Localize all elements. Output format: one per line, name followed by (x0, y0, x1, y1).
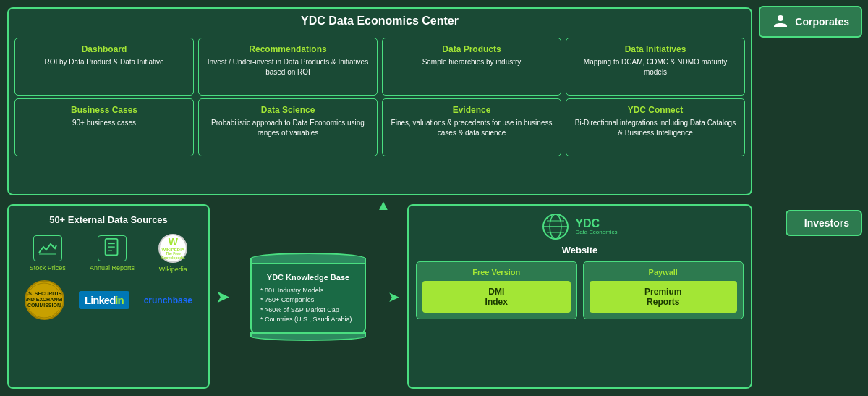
ydc-big-text: YDC (575, 218, 600, 229)
card-data-initiatives[interactable]: Data Initiatives Mapping to DCAM, CDMC &… (566, 38, 745, 96)
wikipedia-icon: W WIKIPEDIA The Free Encyclopedia (158, 234, 187, 263)
ydc-center-section: YDC Data Economics Center Dashboard ROI … (7, 7, 752, 195)
up-arrow: ▲ (376, 197, 391, 214)
svg-text:U.S. SECURITIES: U.S. SECURITIES (26, 291, 62, 296)
card-data-science-title: Data Science (206, 105, 370, 115)
wikipedia-item: W WIKIPEDIA The Free Encyclopedia Wikipe… (158, 234, 187, 273)
kb-item-4: * Countries (U.S., Saudi Arabia) (260, 315, 356, 325)
dmi-index[interactable]: DMIIndex (422, 281, 571, 313)
free-version-card[interactable]: Free Version DMIIndex (416, 261, 577, 319)
ydc-text-logo: YDC Data Economics (575, 218, 617, 235)
annual-reports-label: Annual Reports (90, 264, 135, 271)
knowledge-base-title: YDC Knowledge Base (260, 273, 356, 282)
annual-reports-item: Annual Reports (90, 235, 135, 271)
kb-item-3: * >60% of S&P Market Cap (260, 306, 356, 316)
ydc-center-title: YDC Data Economics Center (9, 9, 751, 33)
paywall-title: Paywall (590, 268, 738, 277)
crunchbase-logo: crunchbase (144, 295, 192, 306)
card-recommendations[interactable]: Recommendations Invest / Under-invest in… (198, 38, 378, 96)
card-business-cases[interactable]: Business Cases 90+ business cases (14, 98, 194, 156)
card-ydc-connect[interactable]: YDC Connect Bi-Directional integrations … (566, 98, 745, 156)
card-business-cases-text: 90+ business cases (22, 118, 186, 128)
kb-item-2: * 750+ Companies (260, 295, 356, 306)
stock-prices-icon (33, 235, 62, 261)
ydc-website: YDC Data Economics Website Free Version … (407, 204, 752, 389)
card-data-products-text: Sample hierarchies by industry (390, 57, 553, 67)
ydc-sub-text: Data Economics (575, 229, 617, 235)
free-version-title: Free Version (422, 268, 571, 277)
card-data-initiatives-title: Data Initiatives (574, 44, 737, 54)
card-ydc-connect-title: YDC Connect (574, 105, 737, 115)
arrow-kb-to-website: ➤ (388, 204, 400, 389)
icons-row: Stock Prices Annual Reports (17, 234, 200, 273)
card-data-products-title: Data Products (390, 44, 553, 54)
paywall-card[interactable]: Paywall PremiumReports (583, 261, 744, 319)
card-evidence[interactable]: Evidence Fines, valuations & precedents … (382, 98, 561, 156)
ydc-logo-area: YDC Data Economics (416, 213, 744, 240)
main-container: Corporates Investors YDC Data Economics … (0, 0, 868, 396)
card-data-products[interactable]: Data Products Sample hierarchies by indu… (382, 38, 561, 96)
card-evidence-title: Evidence (390, 105, 553, 115)
knowledge-base: YDC Knowledge Base * 80+ Industry Models… (236, 204, 380, 389)
svg-text:COMMISSION: COMMISSION (28, 303, 61, 308)
card-data-initiatives-text: Mapping to DCAM, CDMC & NDMO maturity mo… (574, 57, 737, 77)
kb-item-1: * 80+ Industry Models (260, 286, 356, 296)
bottom-section: 50+ External Data Sources Stock Prices (7, 204, 752, 389)
website-cards: Free Version DMIIndex Paywall PremiumRep… (416, 261, 744, 319)
cards-row2: Business Cases 90+ business cases Data S… (9, 98, 751, 161)
card-dashboard-text: ROI by Data Product & Data Initiative (22, 57, 186, 67)
svg-text:AND EXCHANGE: AND EXCHANGE (26, 297, 62, 302)
ydc-globe-icon (542, 213, 569, 240)
card-dashboard[interactable]: Dashboard ROI by Data Product & Data Ini… (14, 38, 194, 96)
wikipedia-label: Wikipedia (159, 266, 187, 273)
annual-reports-icon (98, 235, 127, 261)
knowledge-base-items: * 80+ Industry Models * 750+ Companies *… (260, 286, 356, 325)
card-recommendations-title: Recommendations (206, 44, 370, 54)
sec-logo: U.S. SECURITIES AND EXCHANGE COMMISSION (25, 280, 64, 320)
linkedin-logo: Linkedin (79, 291, 129, 309)
corporates-button[interactable]: Corporates (759, 6, 862, 38)
investors-label: Investors (804, 217, 849, 229)
person-icon (772, 13, 789, 30)
corporates-label: Corporates (795, 16, 849, 28)
card-ydc-connect-text: Bi-Directional integrations including Da… (574, 118, 737, 138)
logos-row: U.S. SECURITIES AND EXCHANGE COMMISSION … (17, 280, 200, 320)
arrow-external-to-kb: ➤ (216, 204, 230, 389)
card-data-science-text: Probabilistic approach to Data Economics… (206, 118, 370, 138)
website-title: Website (416, 245, 744, 256)
external-sources-title: 50+ External Data Sources (17, 214, 200, 225)
stock-prices-item: Stock Prices (30, 235, 66, 271)
card-business-cases-title: Business Cases (22, 105, 186, 115)
card-data-science[interactable]: Data Science Probabilistic approach to D… (198, 98, 378, 156)
premium-reports[interactable]: PremiumReports (590, 281, 738, 313)
card-recommendations-text: Invest / Under-invest in Data Products &… (206, 57, 370, 77)
card-evidence-text: Fines, valuations & precedents for use i… (390, 118, 553, 138)
cards-row1: Dashboard ROI by Data Product & Data Ini… (9, 33, 751, 98)
external-sources: 50+ External Data Sources Stock Prices (7, 204, 210, 389)
investors-button[interactable]: Investors (786, 210, 862, 236)
svg-point-0 (778, 15, 783, 21)
stock-prices-label: Stock Prices (30, 264, 66, 271)
card-dashboard-title: Dashboard (22, 44, 186, 54)
